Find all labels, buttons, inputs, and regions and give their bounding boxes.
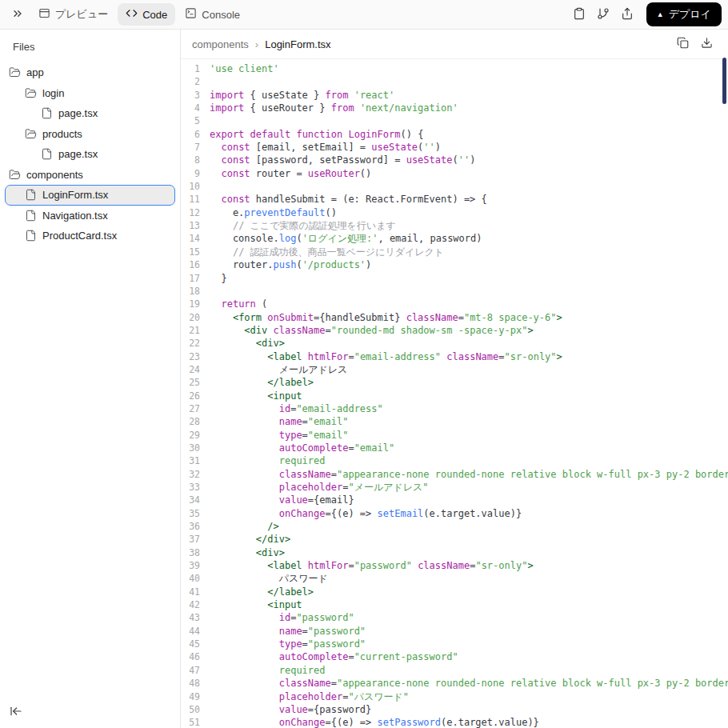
code-line-text: type="email" <box>210 429 348 442</box>
code-line-text: import { useState } from 'react' <box>210 89 394 102</box>
tab-console-label: Console <box>202 9 240 21</box>
line-number: 11 <box>184 193 200 206</box>
tree-file-page-tsx[interactable]: page.tsx <box>5 103 175 124</box>
code-line: 7 const [email, setEmail] = useState('') <box>184 141 728 154</box>
tab-code[interactable]: Code <box>118 3 175 26</box>
line-number: 46 <box>184 650 200 663</box>
code-line: 41 </label> <box>184 586 728 598</box>
line-number: 22 <box>184 337 200 350</box>
git-branch-button[interactable] <box>592 3 614 26</box>
code-line: 24 メールアドレス <box>184 363 728 376</box>
files-sidebar: Files apploginpage.tsxproductspage.tsxco… <box>0 30 181 728</box>
code-line-text: const router = useRouter() <box>210 167 371 180</box>
code-line-text: パスワード <box>210 572 328 585</box>
line-number: 37 <box>184 533 200 546</box>
code-line: 38 <div> <box>184 546 728 559</box>
tree-file-page-tsx[interactable]: page.tsx <box>5 144 175 165</box>
code-line: 13 // ここで実際の認証処理を行います <box>184 219 728 232</box>
tree-item-label: Navigation.tsx <box>42 210 108 222</box>
code-line: 28 name="email" <box>184 415 728 428</box>
line-number: 49 <box>184 690 200 703</box>
code-line: 1'use client' <box>184 62 728 75</box>
line-number: 28 <box>184 415 200 428</box>
line-number: 15 <box>184 246 200 258</box>
code-line: 48 className="appearance-none rounded-no… <box>184 677 728 690</box>
code-line-text: </div> <box>210 533 290 546</box>
code-line: 26 <input <box>184 390 728 402</box>
code-line-text: autoComplete="email" <box>210 442 394 454</box>
code-line: 6export default function LoginForm() { <box>184 128 728 141</box>
code-line: 21 <div className="rounded-md shadow-sm … <box>184 324 728 337</box>
code-line-text: required <box>210 454 326 467</box>
line-number: 10 <box>184 180 200 193</box>
folder-icon <box>9 66 21 78</box>
tree-file-navigation-tsx[interactable]: Navigation.tsx <box>5 206 175 226</box>
share-button[interactable] <box>616 3 638 26</box>
code-line-text: value={password} <box>210 703 371 716</box>
code-line-text: id="email-address" <box>210 402 383 415</box>
sidebar-expand-button[interactable] <box>6 3 29 26</box>
line-number: 42 <box>184 598 200 611</box>
tab-preview[interactable]: プレビュー <box>30 3 116 26</box>
code-line-text: export default function LoginForm() { <box>210 128 423 141</box>
code-line-text: const [password, setPassword] = useState… <box>210 154 475 166</box>
code-line-text: <div> <box>210 337 285 350</box>
line-number: 43 <box>184 611 200 624</box>
breadcrumb-folder[interactable]: components <box>192 38 249 50</box>
code-line-text: } <box>210 272 227 285</box>
topbar: プレビュー Code Console <box>0 0 728 30</box>
tree-item-label: page.tsx <box>58 107 98 119</box>
deploy-button[interactable]: ▲ デプロイ <box>646 2 722 26</box>
code-line: 11 const handleSubmit = (e: React.FormEv… <box>184 193 728 206</box>
tab-code-label: Code <box>142 9 167 21</box>
code-line-text: <input <box>210 598 302 611</box>
line-number: 1 <box>184 62 200 75</box>
code-line-text: </label> <box>210 376 314 389</box>
line-number: 32 <box>184 468 200 481</box>
tree-folder-components[interactable]: components <box>5 165 175 186</box>
line-number: 16 <box>184 258 200 271</box>
code-line-text: router.push('/products') <box>210 258 371 271</box>
code-line-text: <div> <box>210 546 285 559</box>
tree-folder-products[interactable]: products <box>5 124 175 145</box>
code-line: 39 <label htmlFor="password" className="… <box>184 559 728 572</box>
line-number: 29 <box>184 429 200 442</box>
tree-folder-app[interactable]: app <box>5 62 175 83</box>
code-line: 30 autoComplete="email" <box>184 442 728 454</box>
line-number: 9 <box>184 167 200 180</box>
line-number: 44 <box>184 625 200 638</box>
folder-icon <box>25 87 37 99</box>
files-panel-title: Files <box>0 30 180 62</box>
tab-console[interactable]: Console <box>177 3 248 26</box>
line-number: 3 <box>184 89 200 102</box>
tree-item-label: products <box>42 128 82 140</box>
clipboard-button[interactable] <box>568 3 590 26</box>
line-number: 21 <box>184 324 200 337</box>
collapse-sidebar-button[interactable] <box>6 702 26 722</box>
code-line-text: value={email} <box>210 494 354 506</box>
code-line: 4import { useRouter } from 'next/navigat… <box>184 102 728 114</box>
code-line: 34 value={email} <box>184 494 728 506</box>
line-number: 41 <box>184 586 200 598</box>
file-icon <box>25 189 37 201</box>
code-editor[interactable]: 1'use client'23import { useState } from … <box>181 59 728 728</box>
tree-folder-login[interactable]: login <box>5 83 175 104</box>
folder-icon <box>9 169 21 181</box>
scrollbar-thumb[interactable] <box>722 58 726 104</box>
code-line: 44 name="password" <box>184 625 728 638</box>
line-number: 5 <box>184 114 200 127</box>
tree-item-label: page.tsx <box>58 148 98 160</box>
tree-file-productcard-tsx[interactable]: ProductCard.tsx <box>5 226 175 246</box>
code-line: 36 /> <box>184 520 728 533</box>
copy-code-button[interactable] <box>672 34 693 54</box>
line-number: 35 <box>184 507 200 520</box>
file-tree: apploginpage.tsxproductspage.tsxcomponen… <box>0 62 180 246</box>
tree-file-loginform-tsx[interactable]: LoginForm.tsx <box>5 185 175 206</box>
download-file-button[interactable] <box>696 34 717 54</box>
line-number: 33 <box>184 481 200 494</box>
download-icon <box>701 37 713 51</box>
line-number: 40 <box>184 572 200 585</box>
line-number: 34 <box>184 494 200 506</box>
tree-item-label: login <box>42 87 64 99</box>
line-number: 31 <box>184 454 200 467</box>
